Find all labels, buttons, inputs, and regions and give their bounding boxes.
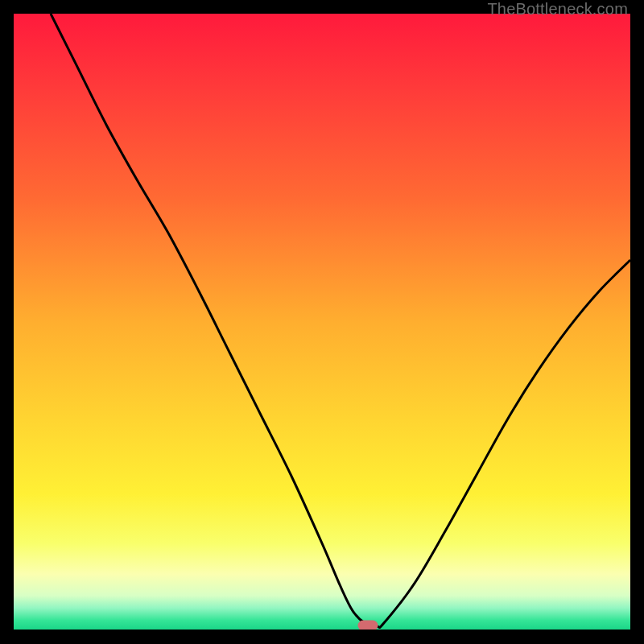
optimal-marker xyxy=(358,620,378,630)
watermark-text: TheBottleneck.com xyxy=(487,0,628,19)
plot-area xyxy=(14,14,630,630)
chart-stage: TheBottleneck.com xyxy=(0,0,644,644)
bottleneck-curve xyxy=(14,14,630,630)
